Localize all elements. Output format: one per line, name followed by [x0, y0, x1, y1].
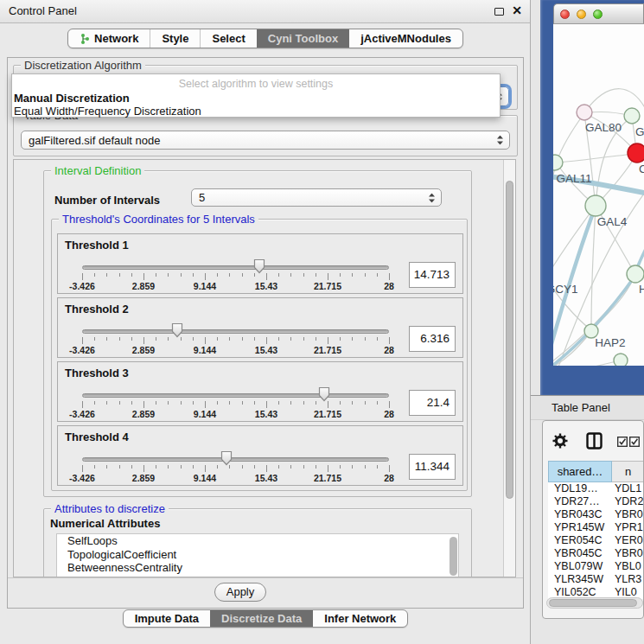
column-header-name[interactable]: n [612, 461, 644, 482]
network-edge[interactable] [557, 113, 584, 162]
table-row[interactable]: YBR045CYBR0 [548, 547, 644, 560]
tab-network[interactable]: Network [68, 29, 150, 48]
minimize-traffic-light[interactable] [577, 10, 586, 19]
tick-mark [143, 337, 144, 344]
table-row[interactable]: YDL19…YDL1 [548, 482, 644, 495]
tick-label: -3.426 [69, 281, 95, 291]
tick-mark [290, 465, 291, 469]
slider-track[interactable] [82, 265, 389, 270]
network-node-gal11[interactable] [553, 155, 563, 170]
table-row[interactable]: YPR145WYPR1 [548, 521, 644, 534]
tick-mark [156, 465, 156, 469]
checkbox-icon[interactable] [629, 437, 640, 447]
attribute-item[interactable]: BetweennessCentrality [57, 561, 458, 575]
tab-style[interactable]: Style [150, 29, 200, 48]
tab-jactivemnodules[interactable]: jActiveMNodules [349, 29, 462, 48]
tab-impute-data[interactable]: Impute Data [124, 610, 210, 627]
slider-thumb[interactable] [220, 450, 233, 466]
column-header-shared-name[interactable]: shared… [548, 461, 612, 482]
slider-track[interactable] [82, 329, 389, 334]
tick-mark [156, 337, 156, 341]
network-node-gal4[interactable] [585, 195, 606, 216]
dropdown-option-manual[interactable]: Manual Discretization [12, 92, 500, 105]
dropdown-option-equal-width[interactable]: Equal Width/Frequency Discretization [12, 105, 500, 118]
tick-label: 28 [384, 345, 394, 355]
threshold-value-field[interactable]: 11.344 [409, 454, 456, 480]
scrollbar-thumb[interactable] [506, 181, 513, 499]
attribute-item[interactable]: SelfLoops [57, 534, 458, 548]
tick-mark [328, 401, 328, 408]
tick-mark [365, 337, 366, 341]
network-icon [80, 33, 90, 45]
slider-thumb[interactable] [253, 258, 265, 274]
checkbox-icon[interactable] [617, 437, 628, 447]
tick-label: 28 [384, 281, 394, 291]
tick-mark [94, 273, 95, 277]
gear-icon[interactable] [552, 433, 568, 449]
slider-tick-labels: -3.4262.8599.14415.4321.71528 [82, 409, 389, 419]
tick-mark [168, 273, 169, 277]
tick-mark [303, 401, 304, 405]
table-cell: YDR27… [548, 495, 612, 508]
tick-mark [168, 465, 169, 469]
threshold-value-field[interactable]: 6.316 [409, 326, 456, 352]
table-cell: YLR345W [548, 573, 612, 586]
threshold-value-field[interactable]: 14.713 [409, 262, 456, 288]
tick-mark [229, 465, 230, 469]
network-node-h[interactable] [627, 265, 644, 283]
network-edge[interactable] [557, 154, 636, 163]
close-traffic-light[interactable] [560, 10, 570, 19]
attributes-scrollbar[interactable] [450, 537, 457, 576]
network-node-gal80[interactable] [577, 105, 592, 120]
table-horizontal-scrollbar[interactable] [546, 597, 643, 609]
tab-discretize-data[interactable]: Discretize Data [210, 610, 313, 627]
tab-cyni-toolbox[interactable]: Cyni Toolbox [257, 29, 349, 48]
slider-thumb[interactable] [318, 386, 330, 402]
network-canvas[interactable]: GAL80GACGAL11GAL4GCY1HHAP2 [553, 24, 644, 366]
tick-mark [352, 273, 353, 277]
tab-select[interactable]: Select [200, 29, 256, 48]
network-node-unlabeled[interactable] [614, 354, 628, 366]
threshold-value-field[interactable]: 21.4 [409, 390, 456, 416]
table-row[interactable]: YLR345WYLR3 [548, 573, 644, 586]
attribute-item[interactable]: TopologicalCoefficient [57, 548, 458, 562]
table-row[interactable]: YDR27…YDR2 [548, 495, 644, 508]
scrollbar-track[interactable] [503, 160, 515, 577]
network-edge[interactable] [553, 360, 620, 366]
threshold-label: Threshold 2 [65, 303, 129, 316]
network-node-ga[interactable] [624, 108, 640, 124]
number-of-intervals-select[interactable]: 5 [191, 188, 442, 207]
network-edge[interactable] [591, 207, 596, 330]
tab-label: Discretize Data [221, 612, 302, 625]
tick-mark [316, 465, 316, 469]
tick-mark [205, 273, 206, 280]
slider-track[interactable] [82, 393, 389, 398]
float-window-icon[interactable] [494, 8, 504, 16]
table-row[interactable]: YER054CYER0 [548, 534, 644, 547]
split-columns-icon[interactable] [586, 432, 603, 450]
tick-mark [82, 273, 83, 280]
tick-label: 2.859 [132, 281, 155, 291]
threshold-label: Threshold 1 [65, 239, 129, 252]
table-row[interactable]: YBR043CYBR0 [548, 508, 644, 521]
tick-mark [290, 337, 291, 341]
tick-label: -3.426 [69, 409, 95, 419]
tick-mark [278, 401, 279, 405]
table-cell: YBR045C [548, 547, 612, 560]
node-label: GAL80 [585, 121, 622, 134]
table-row[interactable]: YBL079WYBL0 [548, 560, 644, 573]
discretization-algorithm-title: Discretization Algorithm [21, 59, 145, 72]
close-icon[interactable]: ✕ [512, 3, 522, 17]
zoom-traffic-light[interactable] [593, 10, 603, 19]
tab-infer-network[interactable]: Infer Network [313, 610, 407, 627]
algorithm-dropdown-popup: Select algorithm to view settings Manual… [11, 73, 501, 118]
numerical-attributes-list[interactable]: SelfLoopsTopologicalCoefficientBetweenne… [56, 533, 459, 577]
slider-track[interactable] [82, 457, 389, 462]
network-node-c[interactable] [628, 143, 644, 163]
numerical-attributes-label: Numerical Attributes [50, 517, 160, 530]
scrollbar-thumb[interactable] [549, 599, 637, 607]
table-data-select[interactable]: galFiltered.sif default node [21, 131, 510, 150]
tick-mark [340, 465, 341, 469]
slider-thumb[interactable] [171, 322, 183, 338]
apply-button[interactable]: Apply [214, 583, 266, 602]
